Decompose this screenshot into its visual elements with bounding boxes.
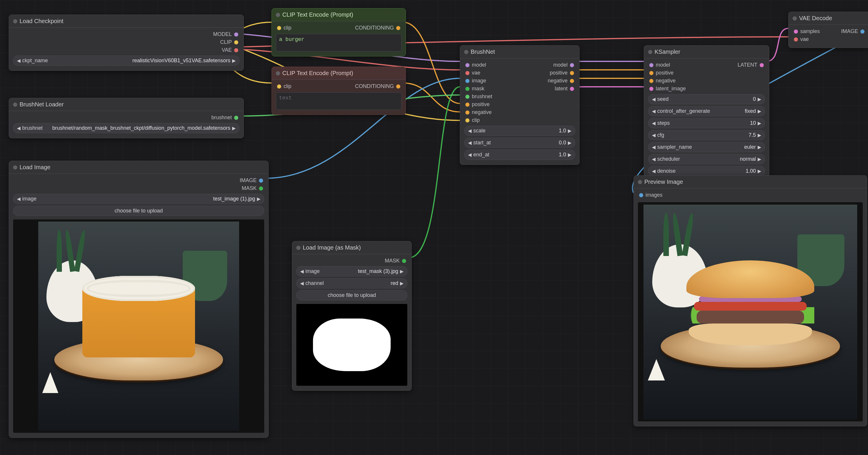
input-clip[interactable]: clip: [465, 117, 492, 123]
collapse-icon[interactable]: [13, 19, 17, 23]
start-at-widget[interactable]: ◀start_at0.0▶: [464, 138, 575, 148]
node-title-text: Preview Image: [644, 178, 683, 185]
output-conditioning[interactable]: CONDITIONING: [355, 25, 400, 31]
output-image[interactable]: IMAGE: [240, 177, 263, 183]
node-preview-image[interactable]: Preview Image images: [633, 175, 867, 426]
cfg-widget[interactable]: ◀cfg7.5▶: [648, 130, 765, 140]
node-brushnet-loader[interactable]: BrushNet Loader brushnet ◀ brushnet brus…: [9, 98, 244, 138]
denoise-widget[interactable]: ◀denoise1.00▶: [648, 166, 765, 176]
output-brushnet[interactable]: brushnet: [211, 115, 238, 121]
node-title[interactable]: CLIP Text Encode (Prompt): [272, 8, 406, 21]
output-clip[interactable]: CLIP: [213, 39, 238, 45]
chevron-right-icon[interactable]: ▶: [400, 281, 403, 286]
steps-widget[interactable]: ◀steps10▶: [648, 118, 765, 128]
input-negative[interactable]: negative: [649, 78, 686, 84]
input-positive[interactable]: positive: [465, 102, 492, 108]
input-model[interactable]: model: [649, 62, 686, 68]
collapse-icon[interactable]: [793, 17, 797, 21]
node-load-checkpoint[interactable]: Load Checkpoint MODEL CLIP VAE ◀ ckpt_na…: [9, 15, 244, 71]
output-negative[interactable]: negative: [548, 78, 574, 84]
node-title[interactable]: CLIP Text Encode (Prompt): [272, 67, 406, 80]
image-preview: [13, 220, 264, 433]
node-brushnet[interactable]: BrushNet model vae image mask brushnet p…: [460, 45, 580, 165]
output-model[interactable]: model: [548, 62, 574, 68]
input-vae[interactable]: vae: [465, 70, 492, 76]
node-clip-text-encode-positive[interactable]: CLIP Text Encode (Prompt) clip CONDITION…: [272, 8, 406, 56]
node-title-text: Load Image: [20, 164, 51, 171]
prompt-text-input[interactable]: a burger: [276, 34, 401, 51]
chevron-right-icon[interactable]: ▶: [257, 196, 260, 202]
image-file-selector[interactable]: ◀ image test_image (1).jpg ▶: [13, 194, 264, 204]
collapse-icon[interactable]: [638, 180, 642, 184]
mask-preview: [296, 304, 407, 386]
node-title[interactable]: BrushNet: [460, 46, 579, 58]
input-clip[interactable]: clip: [277, 83, 291, 89]
output-mask[interactable]: MASK: [385, 258, 406, 264]
input-image[interactable]: image: [465, 78, 492, 84]
node-title-text: VAE Decode: [799, 15, 832, 22]
output-image[interactable]: IMAGE: [841, 28, 865, 34]
input-positive[interactable]: positive: [649, 70, 686, 76]
node-title[interactable]: Load Image: [9, 161, 268, 174]
upload-button[interactable]: choose file to upload: [296, 290, 407, 301]
output-conditioning[interactable]: CONDITIONING: [355, 83, 400, 89]
chevron-left-icon[interactable]: ◀: [300, 281, 304, 286]
node-title[interactable]: Load Checkpoint: [9, 15, 244, 28]
input-model[interactable]: model: [465, 62, 492, 68]
node-title[interactable]: KSampler: [644, 46, 769, 58]
scale-widget[interactable]: ◀scale1.0▶: [464, 126, 575, 136]
collapse-icon[interactable]: [648, 50, 652, 54]
node-title-text: Load Checkpoint: [20, 18, 63, 25]
chevron-left-icon[interactable]: ◀: [17, 125, 21, 131]
chevron-right-icon[interactable]: ▶: [400, 268, 403, 274]
chevron-left-icon[interactable]: ◀: [17, 196, 21, 202]
chevron-right-icon[interactable]: ▶: [232, 125, 236, 131]
control-after-generate-widget[interactable]: ◀control_after_generatefixed▶: [648, 106, 765, 116]
output-mask[interactable]: MASK: [240, 185, 263, 191]
node-title-text: KSampler: [655, 49, 680, 55]
chevron-left-icon[interactable]: ◀: [300, 268, 304, 274]
chevron-right-icon[interactable]: ▶: [232, 58, 236, 63]
node-title-text: BrushNet: [471, 49, 495, 55]
output-latent[interactable]: latent: [548, 86, 574, 92]
output-vae[interactable]: VAE: [213, 47, 238, 53]
collapse-icon[interactable]: [464, 50, 468, 54]
node-vae-decode[interactable]: VAE Decode samples vae IMAGE: [788, 12, 868, 48]
input-negative[interactable]: negative: [465, 109, 492, 115]
scheduler-widget[interactable]: ◀schedulernormal▶: [648, 154, 765, 164]
node-clip-text-encode-negative[interactable]: CLIP Text Encode (Prompt) clip CONDITION…: [272, 67, 406, 115]
chevron-left-icon[interactable]: ◀: [17, 58, 21, 63]
collapse-icon[interactable]: [296, 246, 301, 250]
collapse-icon[interactable]: [13, 103, 17, 107]
input-mask[interactable]: mask: [465, 86, 492, 92]
collapse-icon[interactable]: [276, 13, 280, 17]
output-latent[interactable]: LATENT: [738, 62, 764, 68]
node-load-image[interactable]: Load Image IMAGE MASK ◀ image test_image…: [9, 161, 269, 438]
output-positive[interactable]: positive: [548, 70, 574, 76]
seed-widget[interactable]: ◀seed0▶: [648, 94, 765, 104]
output-model[interactable]: MODEL: [213, 31, 238, 37]
input-samples[interactable]: samples: [794, 28, 820, 34]
node-load-image-as-mask[interactable]: Load Image (as Mask) MASK ◀ image test_m…: [292, 241, 412, 391]
node-title[interactable]: Preview Image: [634, 176, 867, 189]
input-latent-image[interactable]: latent_image: [649, 86, 686, 92]
node-ksampler[interactable]: KSampler model positive negative latent_…: [644, 45, 769, 181]
input-vae[interactable]: vae: [794, 36, 820, 42]
input-clip[interactable]: clip: [277, 25, 291, 31]
node-title[interactable]: VAE Decode: [788, 12, 868, 25]
ckpt-name-selector[interactable]: ◀ ckpt_name realisticVisionV60B1_v51VAE.…: [13, 56, 240, 66]
input-images[interactable]: images: [639, 192, 662, 198]
node-title[interactable]: Load Image (as Mask): [292, 241, 411, 254]
mask-file-selector[interactable]: ◀ image test_mask (3).jpg ▶: [296, 266, 407, 277]
end-at-widget[interactable]: ◀end_at1.0▶: [464, 150, 575, 160]
upload-button[interactable]: choose file to upload: [13, 206, 264, 216]
collapse-icon[interactable]: [13, 165, 17, 170]
brushnet-path-selector[interactable]: ◀ brushnet brushnet/random_mask_brushnet…: [13, 123, 240, 133]
channel-selector[interactable]: ◀ channel red ▶: [296, 278, 407, 288]
collapse-icon[interactable]: [276, 71, 280, 76]
sampler-name-widget[interactable]: ◀sampler_nameeuler▶: [648, 142, 765, 152]
node-title[interactable]: BrushNet Loader: [9, 98, 244, 111]
node-title-text: BrushNet Loader: [20, 101, 64, 108]
prompt-text-input[interactable]: text: [276, 92, 401, 110]
input-brushnet[interactable]: brushnet: [465, 93, 492, 99]
